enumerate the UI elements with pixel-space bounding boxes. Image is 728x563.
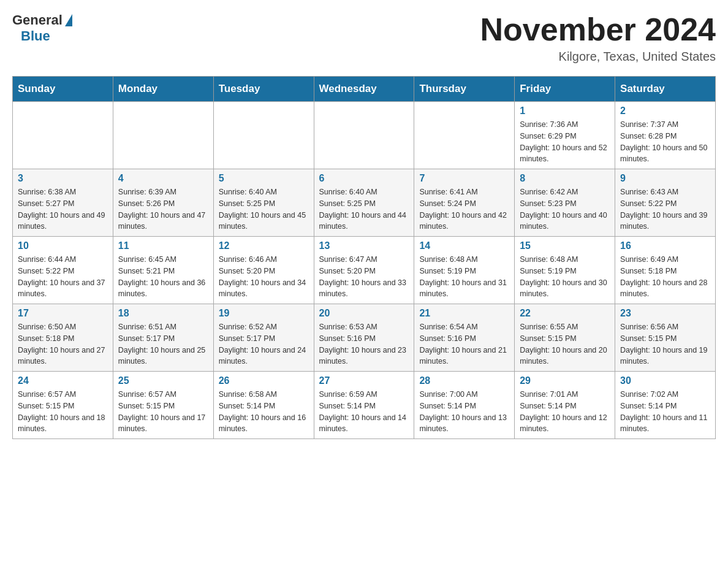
calendar-day-cell: 1Sunrise: 7:36 AMSunset: 6:29 PMDaylight… [515,102,615,169]
calendar-day-cell: 7Sunrise: 6:41 AMSunset: 5:24 PMDaylight… [414,169,515,237]
day-info: Sunrise: 6:43 AMSunset: 5:22 PMDaylight:… [620,186,710,232]
day-info: Sunrise: 6:48 AMSunset: 5:19 PMDaylight:… [520,254,610,300]
calendar-week-row: 1Sunrise: 7:36 AMSunset: 6:29 PMDaylight… [13,102,716,169]
day-info: Sunrise: 6:44 AMSunset: 5:22 PMDaylight:… [18,254,108,300]
calendar-day-header: Saturday [615,77,716,102]
calendar-day-header: Friday [515,77,615,102]
day-number: 15 [520,240,610,251]
day-number: 26 [219,375,309,386]
day-info: Sunrise: 7:37 AMSunset: 6:28 PMDaylight:… [620,119,710,165]
calendar-day-cell: 20Sunrise: 6:53 AMSunset: 5:16 PMDayligh… [314,304,414,372]
calendar-day-cell [113,102,213,169]
location-text: Kilgore, Texas, United States [480,50,716,64]
day-number: 2 [620,105,710,117]
day-info: Sunrise: 6:56 AMSunset: 5:15 PMDaylight:… [620,321,710,367]
calendar-week-row: 24Sunrise: 6:57 AMSunset: 5:15 PMDayligh… [13,372,716,439]
day-number: 17 [18,308,108,319]
calendar-day-cell: 10Sunrise: 6:44 AMSunset: 5:22 PMDayligh… [13,237,113,304]
day-number: 4 [118,173,208,184]
day-info: Sunrise: 6:47 AMSunset: 5:20 PMDaylight:… [319,254,409,300]
calendar-day-cell: 28Sunrise: 7:00 AMSunset: 5:14 PMDayligh… [414,372,515,439]
day-info: Sunrise: 6:42 AMSunset: 5:23 PMDaylight:… [520,186,610,232]
day-info: Sunrise: 6:50 AMSunset: 5:18 PMDaylight:… [18,321,108,367]
page-header: General Blue November 2024 Kilgore, Texa… [12,12,716,64]
day-info: Sunrise: 6:58 AMSunset: 5:14 PMDaylight:… [219,389,309,435]
day-number: 6 [319,173,409,184]
calendar-day-cell: 24Sunrise: 6:57 AMSunset: 5:15 PMDayligh… [13,372,113,439]
day-info: Sunrise: 6:59 AMSunset: 5:14 PMDaylight:… [319,389,409,435]
calendar-day-cell: 5Sunrise: 6:40 AMSunset: 5:25 PMDaylight… [213,169,314,237]
calendar-day-cell: 11Sunrise: 6:45 AMSunset: 5:21 PMDayligh… [113,237,213,304]
calendar-day-cell: 12Sunrise: 6:46 AMSunset: 5:20 PMDayligh… [213,237,314,304]
day-info: Sunrise: 6:49 AMSunset: 5:18 PMDaylight:… [620,254,710,300]
day-number: 7 [419,173,509,184]
calendar-day-cell: 13Sunrise: 6:47 AMSunset: 5:20 PMDayligh… [314,237,414,304]
day-info: Sunrise: 6:38 AMSunset: 5:27 PMDaylight:… [18,186,108,232]
day-number: 20 [319,308,409,319]
day-number: 29 [520,375,610,386]
day-number: 14 [419,240,509,251]
calendar-day-cell: 23Sunrise: 6:56 AMSunset: 5:15 PMDayligh… [615,304,716,372]
day-number: 18 [118,308,208,319]
day-number: 10 [18,240,108,251]
calendar-day-cell: 14Sunrise: 6:48 AMSunset: 5:19 PMDayligh… [414,237,515,304]
logo-blue-text: Blue [21,28,50,44]
calendar-day-cell: 18Sunrise: 6:51 AMSunset: 5:17 PMDayligh… [113,304,213,372]
day-info: Sunrise: 7:00 AMSunset: 5:14 PMDaylight:… [419,389,509,435]
calendar-week-row: 3Sunrise: 6:38 AMSunset: 5:27 PMDaylight… [13,169,716,237]
day-number: 5 [219,173,309,184]
calendar-header-row: SundayMondayTuesdayWednesdayThursdayFrid… [13,77,716,102]
calendar-day-cell: 25Sunrise: 6:57 AMSunset: 5:15 PMDayligh… [113,372,213,439]
day-info: Sunrise: 7:02 AMSunset: 5:14 PMDaylight:… [620,389,710,435]
day-info: Sunrise: 6:39 AMSunset: 5:26 PMDaylight:… [118,186,208,232]
day-info: Sunrise: 6:45 AMSunset: 5:21 PMDaylight:… [118,254,208,300]
day-number: 23 [620,308,710,319]
logo-general-text: General [12,12,63,28]
day-info: Sunrise: 6:51 AMSunset: 5:17 PMDaylight:… [118,321,208,367]
day-number: 25 [118,375,208,386]
day-info: Sunrise: 6:53 AMSunset: 5:16 PMDaylight:… [319,321,409,367]
day-info: Sunrise: 6:41 AMSunset: 5:24 PMDaylight:… [419,186,509,232]
day-info: Sunrise: 6:55 AMSunset: 5:15 PMDaylight:… [520,321,610,367]
day-number: 12 [219,240,309,251]
calendar-day-cell: 19Sunrise: 6:52 AMSunset: 5:17 PMDayligh… [213,304,314,372]
calendar-week-row: 17Sunrise: 6:50 AMSunset: 5:18 PMDayligh… [13,304,716,372]
calendar-day-cell: 30Sunrise: 7:02 AMSunset: 5:14 PMDayligh… [615,372,716,439]
calendar-day-cell: 26Sunrise: 6:58 AMSunset: 5:14 PMDayligh… [213,372,314,439]
logo-triangle-icon [65,14,72,26]
day-info: Sunrise: 6:48 AMSunset: 5:19 PMDaylight:… [419,254,509,300]
calendar-day-cell: 21Sunrise: 6:54 AMSunset: 5:16 PMDayligh… [414,304,515,372]
title-section: November 2024 Kilgore, Texas, United Sta… [480,12,716,64]
day-info: Sunrise: 6:46 AMSunset: 5:20 PMDaylight:… [219,254,309,300]
calendar-day-cell: 4Sunrise: 6:39 AMSunset: 5:26 PMDaylight… [113,169,213,237]
day-number: 1 [520,105,610,117]
calendar-day-cell [13,102,113,169]
day-info: Sunrise: 7:01 AMSunset: 5:14 PMDaylight:… [520,389,610,435]
day-info: Sunrise: 7:36 AMSunset: 6:29 PMDaylight:… [520,119,610,165]
calendar-day-cell: 6Sunrise: 6:40 AMSunset: 5:25 PMDaylight… [314,169,414,237]
day-number: 13 [319,240,409,251]
calendar-day-cell: 3Sunrise: 6:38 AMSunset: 5:27 PMDaylight… [13,169,113,237]
calendar-day-cell: 27Sunrise: 6:59 AMSunset: 5:14 PMDayligh… [314,372,414,439]
day-info: Sunrise: 6:57 AMSunset: 5:15 PMDaylight:… [118,389,208,435]
calendar-day-cell: 2Sunrise: 7:37 AMSunset: 6:28 PMDaylight… [615,102,716,169]
calendar-day-cell [314,102,414,169]
month-title: November 2024 [480,12,716,47]
calendar-day-cell [414,102,515,169]
logo: General Blue [12,12,72,44]
calendar-day-header: Sunday [13,77,113,102]
calendar-day-cell [213,102,314,169]
day-number: 11 [118,240,208,251]
day-number: 28 [419,375,509,386]
day-number: 16 [620,240,710,251]
day-info: Sunrise: 6:54 AMSunset: 5:16 PMDaylight:… [419,321,509,367]
calendar-day-cell: 16Sunrise: 6:49 AMSunset: 5:18 PMDayligh… [615,237,716,304]
day-number: 3 [18,173,108,184]
calendar-day-cell: 15Sunrise: 6:48 AMSunset: 5:19 PMDayligh… [515,237,615,304]
calendar-day-cell: 17Sunrise: 6:50 AMSunset: 5:18 PMDayligh… [13,304,113,372]
calendar-week-row: 10Sunrise: 6:44 AMSunset: 5:22 PMDayligh… [13,237,716,304]
calendar-day-cell: 9Sunrise: 6:43 AMSunset: 5:22 PMDaylight… [615,169,716,237]
day-number: 8 [520,173,610,184]
calendar-day-header: Tuesday [213,77,314,102]
day-info: Sunrise: 6:57 AMSunset: 5:15 PMDaylight:… [18,389,108,435]
